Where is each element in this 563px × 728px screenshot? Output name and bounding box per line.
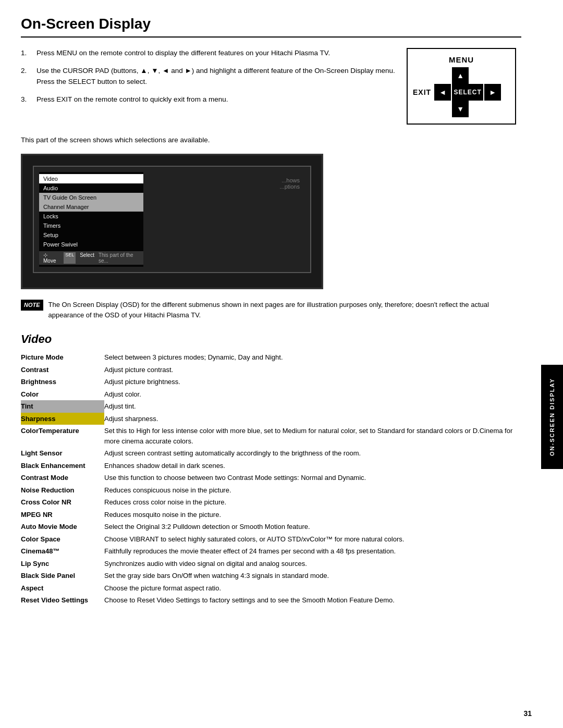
- setting-desc: Faithfully reproduces the movie theater …: [104, 545, 521, 558]
- setting-name: Tint: [21, 400, 104, 413]
- this-part-text: This part of the screen shows which sele…: [21, 135, 521, 145]
- settings-row: Contrast ModeUse this function to choose…: [21, 472, 521, 484]
- settings-table: Picture ModeSelect between 3 pictures mo…: [21, 351, 521, 607]
- menu-item-tvguide: TV Guide On Screen: [39, 193, 143, 202]
- setting-name: Picture Mode: [21, 351, 104, 364]
- setting-name: Lip Sync: [21, 558, 104, 570]
- settings-row: Picture ModeSelect between 3 pictures mo…: [21, 351, 521, 364]
- overlay-options: ...ptions: [279, 183, 300, 190]
- dpad-bottom-row: ▼: [434, 101, 501, 117]
- setting-name: Contrast: [21, 364, 104, 376]
- instructions-column: 1. Press MENU on the remote control to d…: [21, 48, 396, 125]
- setting-name: MPEG NR: [21, 509, 104, 521]
- menu-item-channel: Channel Manager: [39, 202, 143, 212]
- top-section: 1. Press MENU on the remote control to d…: [21, 48, 521, 125]
- menu-item-setup: Setup: [39, 230, 143, 240]
- settings-row: MPEG NRReduces mosquito noise in the pic…: [21, 509, 521, 521]
- instruction-text-2: Use the CURSOR PAD (buttons, ▲, ▼, ◄ and…: [36, 66, 396, 87]
- dpad-top-row: ▲: [434, 67, 501, 84]
- instruction-num-2: 2.: [21, 66, 31, 87]
- instructions-list: 1. Press MENU on the remote control to d…: [21, 48, 396, 105]
- overlay-text: ...hows ...ptions: [279, 177, 300, 190]
- settings-row: ContrastAdjust picture contrast.: [21, 364, 521, 376]
- instruction-2: 2. Use the CURSOR PAD (buttons, ▲, ▼, ◄ …: [21, 66, 396, 87]
- setting-name: Cinema48™: [21, 545, 104, 558]
- setting-name: Black Side Panel: [21, 570, 104, 582]
- settings-row: Noise ReductionReduces conspicuous noise…: [21, 484, 521, 497]
- setting-desc: Adjust color.: [104, 388, 521, 401]
- settings-row: Lip SyncSynchronizes audio with video si…: [21, 558, 521, 570]
- right-button[interactable]: ►: [484, 84, 501, 101]
- setting-desc: Reduces conspicuous noise in the picture…: [104, 484, 521, 497]
- setting-desc: Use this function to choose between two …: [104, 472, 521, 484]
- down-button[interactable]: ▼: [452, 101, 469, 117]
- setting-name: Color: [21, 388, 104, 401]
- remote-diagram: MENU EXIT ▲ ◄ SELECT ►: [407, 48, 516, 125]
- setting-desc: Select between 3 pictures modes; Dynamic…: [104, 351, 521, 364]
- setting-name: Noise Reduction: [21, 484, 104, 497]
- setting-name: ColorTemperature: [21, 425, 104, 447]
- menu-item-timers: Timers: [39, 221, 143, 230]
- note-text: The On Screen Display (OSD) for the diff…: [48, 300, 521, 320]
- instruction-text-1: Press MENU on the remote control to disp…: [36, 48, 330, 58]
- side-tab: ON-SCREEN DISPLAY: [541, 365, 563, 469]
- setting-name: Color Space: [21, 533, 104, 546]
- settings-row: Auto Movie ModeSelect the Original 3:2 P…: [21, 521, 521, 533]
- remote-diagram-column: MENU EXIT ▲ ◄ SELECT ►: [407, 48, 521, 125]
- menu-label: MENU: [413, 55, 510, 64]
- sel-badge: SEL: [64, 252, 76, 264]
- settings-row: TintAdjust tint.: [21, 400, 521, 413]
- note-box: NOTE The On Screen Display (OSD) for the…: [21, 300, 521, 320]
- video-section-title: Video: [21, 332, 521, 346]
- setting-desc: Set this to High for less intense color …: [104, 425, 521, 447]
- setting-desc: Choose the picture format aspect ratio.: [104, 582, 521, 595]
- setting-desc: Select the Original 3:2 Pulldown detecti…: [104, 521, 521, 533]
- settings-row: Light SensorAdjust screen contrast setti…: [21, 447, 521, 460]
- setting-name: Reset Video Settings: [21, 594, 104, 607]
- setting-desc: Set the gray side bars On/Off when watch…: [104, 570, 521, 582]
- settings-row: Cross Color NRReduces cross color noise …: [21, 496, 521, 509]
- instruction-1: 1. Press MENU on the remote control to d…: [21, 48, 396, 58]
- setting-name: Auto Movie Mode: [21, 521, 104, 533]
- instruction-3: 3. Press EXIT on the remote control to q…: [21, 94, 396, 105]
- settings-row: AspectChoose the picture format aspect r…: [21, 582, 521, 595]
- setting-name: Black Enhancement: [21, 460, 104, 472]
- settings-row: Reset Video SettingsChoose to Reset Vide…: [21, 594, 521, 607]
- left-button[interactable]: ◄: [434, 84, 451, 101]
- note-badge: NOTE: [21, 300, 43, 311]
- setting-desc: Enhances shadow detail in dark scenes.: [104, 460, 521, 472]
- setting-name: Contrast Mode: [21, 472, 104, 484]
- settings-row: Black Side PanelSet the gray side bars O…: [21, 570, 521, 582]
- setting-desc: Adjust picture brightness.: [104, 376, 521, 388]
- settings-row: Color SpaceChoose VIBRANT to select high…: [21, 533, 521, 546]
- setting-name: Cross Color NR: [21, 496, 104, 509]
- setting-desc: Adjust picture contrast.: [104, 364, 521, 376]
- move-label: ⊹ Move: [43, 252, 59, 264]
- settings-row: ColorAdjust color.: [21, 388, 521, 401]
- settings-row: SharpnessAdjust sharpness.: [21, 413, 521, 425]
- setting-desc: Reduces cross color noise in the picture…: [104, 496, 521, 509]
- setting-name: Sharpness: [21, 413, 104, 425]
- tv-screen: Video Audio TV Guide On Screen Channel M…: [21, 154, 323, 289]
- setting-desc: Choose VIBRANT to select highly saturate…: [104, 533, 521, 546]
- up-button[interactable]: ▲: [452, 67, 469, 84]
- page-number: 31: [523, 709, 532, 718]
- menu-overlay: Video Audio TV Guide On Screen Channel M…: [39, 172, 143, 267]
- instruction-num-1: 1.: [21, 48, 31, 58]
- tv-inner: Video Audio TV Guide On Screen Channel M…: [33, 166, 311, 273]
- menu-item-locks: Locks: [39, 212, 143, 221]
- select-button[interactable]: SELECT: [452, 84, 483, 101]
- menu-bar: ⊹ Move SEL Select This part of the se...: [39, 251, 143, 265]
- setting-name: Light Sensor: [21, 447, 104, 460]
- exit-label: EXIT: [413, 88, 431, 96]
- overlay-shows: ...hows: [282, 177, 300, 183]
- setting-name: Brightness: [21, 376, 104, 388]
- setting-name: Aspect: [21, 582, 104, 595]
- setting-desc: Reduces mosquito noise in the picture.: [104, 509, 521, 521]
- instruction-text-3: Press EXIT on the remote control to quic…: [36, 94, 228, 105]
- select-bar-label: Select: [80, 252, 94, 264]
- setting-desc: Choose to Reset Video Settings to factor…: [104, 594, 521, 607]
- settings-row: Cinema48™Faithfully reproduces the movie…: [21, 545, 521, 558]
- remote-controls: EXIT ▲ ◄ SELECT ►: [413, 67, 510, 117]
- page-title: On-Screen Display: [21, 16, 521, 38]
